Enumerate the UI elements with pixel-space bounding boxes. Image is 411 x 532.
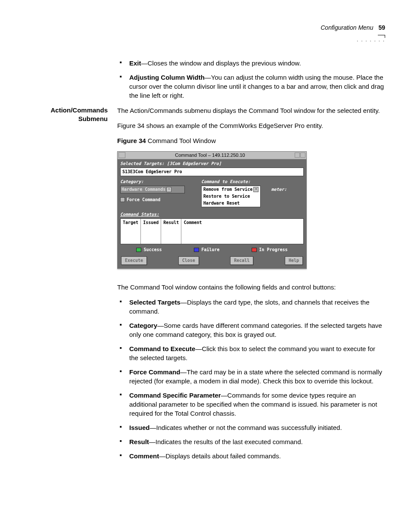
checkbox-icon xyxy=(120,197,125,202)
help-button[interactable]: Help xyxy=(285,256,303,265)
selected-targets-field[interactable]: S13E3Com EdgeServer Pro xyxy=(120,168,304,176)
list-item: Force Command—The card may be in a state… xyxy=(129,367,385,386)
header-section: Configuration Menu xyxy=(321,24,373,32)
figure-caption: Figure 34 Command Tool Window xyxy=(117,136,385,145)
command-to-execute-dropdown[interactable]: Remove from Service ▾ Restore to Service… xyxy=(201,186,261,207)
maximize-icon[interactable] xyxy=(300,152,305,158)
category-label: Category: xyxy=(120,179,185,185)
page-header: Configuration Menu 59 xyxy=(26,24,385,32)
window-title: Command Tool – 149.112.250.10 xyxy=(125,152,295,159)
system-menu-icon[interactable] xyxy=(118,152,125,158)
legend-inprogress: In Progress xyxy=(252,247,287,253)
legend-success: Success xyxy=(136,247,162,253)
command-tool-window: Command Tool – 149.112.250.10 Selected T… xyxy=(117,151,307,269)
force-command-checkbox[interactable]: Force Command xyxy=(120,197,185,203)
list-item: Result—Indicates the results of the last… xyxy=(129,437,385,446)
table-header: Comment xyxy=(181,219,303,244)
command-to-execute-label: Command to Execute: xyxy=(201,179,261,185)
meter-label: meter: xyxy=(271,187,286,193)
swatch-icon xyxy=(136,248,141,252)
list-item: Adjusting Column Width—You can adjust th… xyxy=(129,73,385,100)
list-item: Category—Some cards have different comma… xyxy=(129,321,385,339)
list-item: Exit—Closes the window and displays the … xyxy=(129,59,385,68)
field-bullet-list: Selected Targets—Displays the card type,… xyxy=(117,298,385,460)
list-item: Issued—Indicates whether or not the comm… xyxy=(129,423,385,432)
execute-button[interactable]: Execute xyxy=(121,256,147,265)
recall-button[interactable]: Recall xyxy=(230,256,253,265)
paragraph: The Action/Commands submenu displays the… xyxy=(117,106,385,115)
list-item: Command Specific Parameter—Commands for … xyxy=(129,391,385,418)
window-titlebar[interactable]: Command Tool – 149.112.250.10 xyxy=(118,152,306,159)
dropdown-option[interactable]: Restore to Service xyxy=(202,193,260,200)
status-legend: Success Failure In Progress xyxy=(120,247,304,253)
list-item: Comment—Displays details about failed co… xyxy=(129,451,385,460)
close-button[interactable]: Close xyxy=(178,256,199,265)
intro-bullet-list: Exit—Closes the window and displays the … xyxy=(117,59,385,100)
table-header: Target xyxy=(121,219,141,244)
selected-targets-label: Selected Targets: [3Com EdgeServer Pro] xyxy=(120,161,304,167)
margin-heading: Action/CommandsSubmenu xyxy=(26,106,108,467)
paragraph: The Command Tool window contains the fol… xyxy=(117,283,385,292)
swatch-icon xyxy=(194,248,199,252)
list-item: Selected Targets—Displays the card type,… xyxy=(129,298,385,316)
status-table[interactable]: Target Issued Result Comment xyxy=(120,218,304,244)
table-header: Issued xyxy=(141,219,161,244)
button-row: Execute Close Recall Help xyxy=(120,256,304,266)
swatch-icon xyxy=(252,248,257,252)
header-page-number: 59 xyxy=(378,24,385,32)
legend-failure: Failure xyxy=(194,247,219,253)
minimize-icon[interactable] xyxy=(295,152,300,158)
paragraph: Figure 34 shows an example of the CommWo… xyxy=(117,121,385,130)
chevron-down-icon: ▾ xyxy=(253,187,258,192)
chevron-down-icon: ▾ xyxy=(166,187,171,192)
header-ornament: . . . . . . . xyxy=(26,35,385,41)
list-item: Command to Execute—Click this box to sel… xyxy=(129,344,385,362)
command-status-label: Command Status: xyxy=(120,212,304,218)
dropdown-option[interactable]: Hardware Reset xyxy=(202,200,260,207)
table-header: Result xyxy=(161,219,181,244)
category-dropdown[interactable]: Hardware Commands ▾ xyxy=(120,186,185,193)
